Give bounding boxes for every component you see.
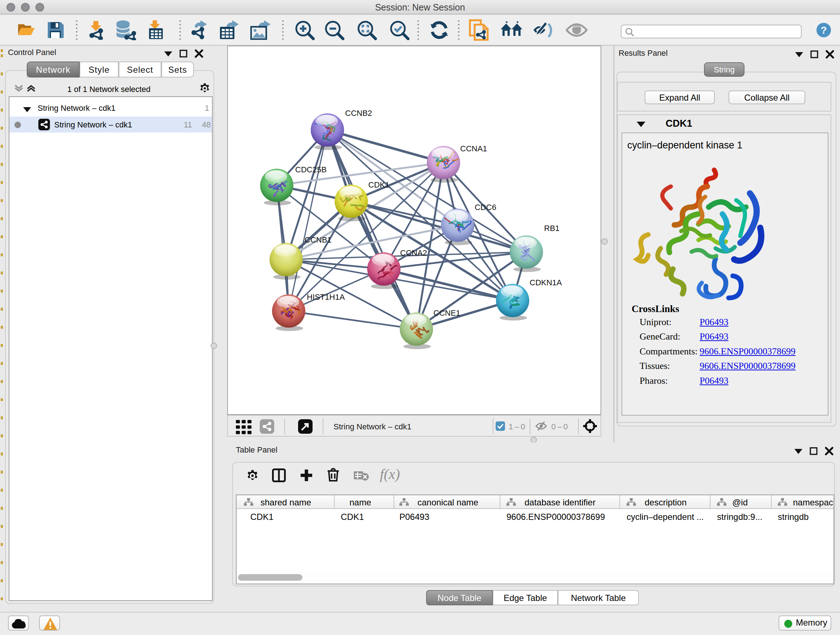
svg-text:?: ? [821, 25, 827, 36]
